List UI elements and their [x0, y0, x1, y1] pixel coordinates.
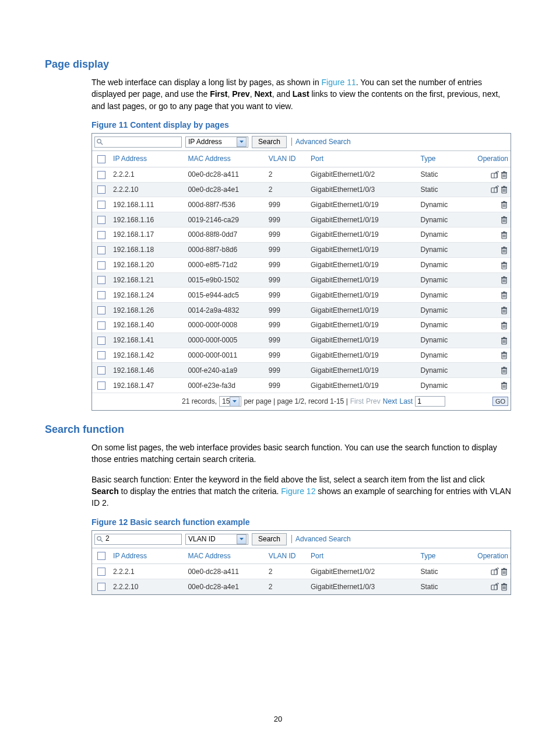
row-checkbox[interactable] [97, 216, 105, 224]
search-input[interactable]: 2 [94, 534, 182, 545]
edit-icon[interactable] [491, 567, 499, 575]
delete-icon[interactable] [500, 215, 508, 223]
cell-port: GigabitEthernet1/0/2 [308, 564, 418, 579]
per-page-select[interactable]: 15 [219, 396, 241, 407]
checkbox-icon[interactable] [97, 552, 105, 560]
row-checkbox[interactable] [97, 171, 105, 179]
delete-icon[interactable] [500, 366, 508, 374]
link-figure-11[interactable]: Figure 11 [322, 78, 356, 87]
row-checkbox[interactable] [97, 261, 105, 270]
cell-mac: 000d-88f7-f536 [185, 197, 266, 212]
edit-icon[interactable] [491, 186, 499, 194]
delete-icon[interactable] [500, 381, 508, 389]
row-checkbox[interactable] [97, 306, 105, 314]
select-all-header[interactable] [92, 151, 111, 167]
column-header[interactable]: Operation [469, 151, 511, 167]
cell-type: Dynamic [418, 332, 469, 348]
column-header[interactable]: Type [418, 151, 469, 167]
cell-ip: 2.2.2.10 [111, 579, 185, 594]
delete-icon[interactable] [500, 567, 508, 575]
search-field-select[interactable]: VLAN ID [185, 534, 248, 545]
delete-icon[interactable] [500, 230, 508, 239]
cell-port: GigabitEthernet1/0/19 [308, 288, 418, 303]
delete-icon[interactable] [500, 170, 508, 178]
cell-port: GigabitEthernet1/0/2 [308, 167, 418, 182]
figure-11-screenshot: IP Address Search Advanced Search IP Add… [92, 133, 511, 411]
column-header[interactable]: MAC Address [185, 548, 266, 564]
page-input[interactable] [415, 396, 445, 407]
cell-vlan: 999 [266, 303, 308, 318]
delete-icon[interactable] [500, 276, 508, 284]
row-checkbox[interactable] [97, 186, 105, 194]
link-figure-12[interactable]: Figure 12 [281, 487, 315, 496]
search-field-value: IP Address [188, 138, 222, 146]
cell-mac: 000d-88f8-0dd7 [185, 228, 266, 243]
row-checkbox[interactable] [97, 276, 105, 284]
delete-icon[interactable] [500, 321, 508, 329]
column-header[interactable]: IP Address [111, 151, 185, 167]
delete-icon[interactable] [500, 186, 508, 194]
cell-operation [469, 332, 511, 348]
advanced-search-link[interactable]: Advanced Search [291, 535, 351, 543]
go-button[interactable]: GO [492, 397, 508, 406]
cell-ip: 192.168.1.21 [111, 272, 185, 288]
checkbox-icon[interactable] [97, 155, 105, 163]
delete-icon[interactable] [500, 261, 508, 269]
search-button[interactable]: Search [252, 136, 287, 148]
delete-icon[interactable] [500, 306, 508, 314]
row-checkbox[interactable] [97, 291, 105, 299]
row-checkbox[interactable] [97, 382, 105, 390]
search-field-select[interactable]: IP Address [185, 136, 248, 148]
table-row: 192.168.1.47 000f-e23e-fa3d 999 GigabitE… [92, 378, 511, 393]
chevron-down-icon [237, 534, 247, 544]
delete-icon[interactable] [500, 351, 508, 359]
column-header[interactable]: Port [308, 151, 418, 167]
search-field-value: VLAN ID [188, 535, 216, 543]
cell-vlan: 999 [266, 363, 308, 378]
cell-port: GigabitEthernet1/0/19 [308, 363, 418, 378]
pager-prev[interactable]: Prev [366, 397, 381, 405]
select-all-header[interactable] [92, 548, 111, 564]
row-checkbox[interactable] [97, 583, 105, 591]
pager-first[interactable]: First [350, 397, 364, 405]
column-header[interactable]: Type [418, 548, 469, 564]
heading-search-function: Search function [45, 424, 511, 436]
row-checkbox[interactable] [97, 231, 105, 239]
cell-vlan: 999 [266, 228, 308, 243]
row-checkbox[interactable] [97, 337, 105, 345]
search-button[interactable]: Search [252, 533, 287, 545]
row-checkbox[interactable] [97, 321, 105, 330]
delete-icon[interactable] [500, 336, 508, 344]
advanced-search-link[interactable]: Advanced Search [291, 138, 351, 146]
column-header[interactable]: Operation [469, 548, 511, 564]
per-page-value: 15 [222, 397, 230, 405]
cell-mac: 0015-e944-adc5 [185, 288, 266, 303]
cell-vlan: 999 [266, 272, 308, 288]
cell-ip: 192.168.1.26 [111, 303, 185, 318]
delete-icon[interactable] [500, 246, 508, 254]
table-row: 192.168.1.24 0015-e944-adc5 999 GigabitE… [92, 288, 511, 303]
column-header[interactable]: Port [308, 548, 418, 564]
cell-operation [469, 182, 511, 197]
table-row: 192.168.1.20 0000-e8f5-71d2 999 GigabitE… [92, 257, 511, 272]
delete-icon[interactable] [500, 200, 508, 208]
column-header[interactable]: VLAN ID [266, 151, 308, 167]
table-row: 192.168.1.42 0000-000f-0011 999 GigabitE… [92, 348, 511, 363]
delete-icon[interactable] [500, 290, 508, 299]
column-header[interactable]: MAC Address [185, 151, 266, 167]
pager-last[interactable]: Last [399, 397, 413, 405]
row-checkbox[interactable] [97, 568, 105, 576]
edit-icon[interactable] [491, 170, 499, 178]
column-header[interactable]: IP Address [111, 548, 185, 564]
column-header[interactable]: VLAN ID [266, 548, 308, 564]
edit-icon[interactable] [491, 582, 499, 590]
search-input[interactable] [94, 136, 182, 148]
cell-port: GigabitEthernet1/0/19 [308, 197, 418, 212]
delete-icon[interactable] [500, 582, 508, 590]
row-checkbox[interactable] [97, 351, 105, 359]
row-checkbox[interactable] [97, 201, 105, 209]
row-checkbox[interactable] [97, 366, 105, 374]
pager-next[interactable]: Next [383, 397, 397, 405]
cell-operation [469, 228, 511, 243]
row-checkbox[interactable] [97, 246, 105, 254]
